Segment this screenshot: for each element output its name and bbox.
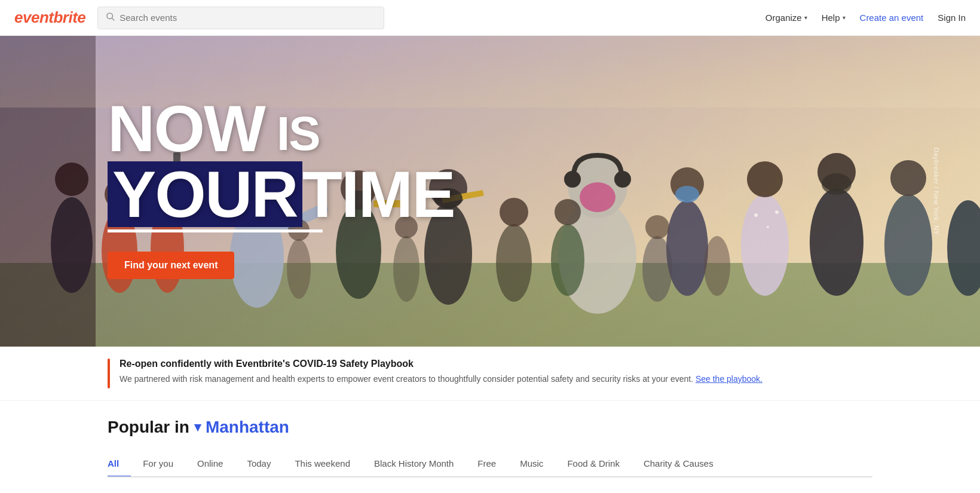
tab-for-you[interactable]: For you: [131, 451, 185, 477]
svg-point-42: [500, 198, 528, 226]
logo[interactable]: eventbrite: [14, 8, 85, 27]
popular-city-link[interactable]: Manhattan: [206, 418, 289, 437]
tab-free[interactable]: Free: [466, 451, 508, 477]
hero-line1: NOW: [108, 91, 265, 165]
hero-text: NOW IS YOURTIME Find your next event: [108, 96, 455, 279]
covid-content: Re-open confidently with Eventbrite's CO…: [120, 359, 762, 385]
tab-all[interactable]: All: [108, 451, 131, 477]
help-nav[interactable]: Help ▾: [822, 13, 846, 23]
svg-point-23: [614, 171, 631, 188]
tab-today[interactable]: Today: [235, 451, 283, 477]
hero-section: NOW IS YOURTIME Find your next event Day…: [0, 36, 980, 347]
tab-online[interactable]: Online: [185, 451, 235, 477]
hero-is: IS: [265, 107, 320, 160]
covid-title: Re-open confidently with Eventbrite's CO…: [120, 359, 762, 369]
tab-black-history-month[interactable]: Black History Month: [362, 451, 466, 477]
svg-point-29: [754, 213, 758, 217]
search-icon: [106, 13, 115, 23]
location-chevron-icon[interactable]: ▾: [194, 419, 201, 435]
header: eventbrite Organize ▾ Help ▾ Create an e…: [0, 0, 980, 36]
tab-music[interactable]: Music: [508, 451, 555, 477]
svg-line-1: [112, 18, 114, 20]
tab-this-weekend[interactable]: This weekend: [283, 451, 362, 477]
hero-time: TIME: [302, 157, 455, 231]
svg-point-44: [555, 199, 581, 225]
find-event-button[interactable]: Find your next event: [108, 252, 234, 279]
tab-charity-causes[interactable]: Charity & Causes: [632, 451, 725, 477]
svg-point-28: [747, 161, 783, 197]
svg-point-27: [741, 194, 789, 296]
covid-banner: Re-open confidently with Eventbrite's CO…: [0, 347, 980, 401]
svg-point-49: [642, 236, 672, 302]
header-nav: Organize ▾ Help ▾ Create an event Sign I…: [765, 13, 966, 23]
svg-point-25: [666, 200, 708, 296]
tab-food-drink[interactable]: Food & Drink: [555, 451, 632, 477]
covid-accent-bar: [108, 359, 110, 388]
popular-label: Popular in: [108, 418, 189, 437]
svg-point-22: [564, 171, 581, 188]
hero-your: YOUR: [108, 161, 302, 227]
create-event-link[interactable]: Create an event: [860, 13, 924, 23]
hero-line3: YOURTIME: [108, 161, 455, 232]
svg-point-31: [775, 210, 779, 214]
search-bar: [97, 7, 384, 29]
covid-playbook-link[interactable]: See the playbook.: [696, 374, 762, 384]
svg-point-30: [767, 226, 769, 228]
help-chevron-icon: ▾: [843, 14, 846, 21]
popular-section: Popular in ▾ Manhattan AllFor youOnlineT…: [0, 401, 980, 477]
svg-point-51: [704, 236, 730, 296]
search-input[interactable]: [120, 13, 375, 23]
svg-point-35: [890, 160, 926, 196]
hero-headline: NOW IS YOURTIME: [108, 96, 455, 232]
svg-point-34: [884, 194, 932, 296]
hero-watermark: Daybreaker / New York, NY: [933, 148, 940, 235]
svg-point-50: [645, 215, 669, 239]
organize-chevron-icon: ▾: [804, 14, 807, 21]
category-tabs: AllFor youOnlineTodayThis weekendBlack H…: [108, 451, 872, 477]
popular-heading: Popular in ▾ Manhattan: [108, 418, 872, 437]
covid-description: We partnered with risk management and he…: [120, 373, 762, 385]
svg-point-24: [580, 182, 615, 212]
svg-point-32: [810, 188, 863, 296]
organize-nav[interactable]: Organize ▾: [765, 13, 807, 23]
covid-desc-text: We partnered with risk management and he…: [120, 374, 693, 384]
svg-point-43: [551, 224, 584, 296]
signin-link[interactable]: Sign In: [938, 13, 966, 23]
svg-point-41: [496, 224, 532, 302]
svg-point-39: [675, 186, 699, 203]
svg-point-40: [822, 173, 852, 195]
